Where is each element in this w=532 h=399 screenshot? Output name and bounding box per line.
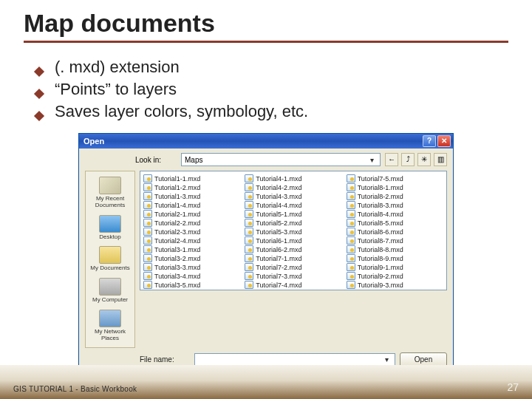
mxd-file-icon [245, 201, 253, 209]
file-item[interactable]: Tutorial7-4.mxd [245, 281, 341, 289]
back-icon[interactable]: ← [385, 153, 398, 166]
bullet-item: (. mxd) extension [35, 58, 497, 77]
lookin-combo[interactable]: Maps ▾ [181, 153, 381, 166]
file-name: Tutorial9-2.mxd [358, 273, 403, 280]
file-item[interactable]: Tutorial8-5.mxd [347, 219, 443, 227]
file-item[interactable]: Tutorial8-8.mxd [347, 245, 443, 253]
file-item[interactable]: Tutorial7-3.mxd [245, 272, 341, 280]
chevron-down-icon: ▾ [366, 156, 377, 164]
place-mydocs[interactable]: My Documents [88, 244, 132, 274]
mxd-file-icon [245, 272, 253, 280]
dialog-titlebar[interactable]: Open ? ✕ [79, 134, 453, 149]
help-button[interactable]: ? [423, 135, 436, 147]
mxd-file-icon [143, 228, 152, 236]
mxd-file-icon [245, 228, 253, 236]
file-name: Tutorial6-2.mxd [256, 246, 301, 253]
file-item[interactable]: Tutorial4-1.mxd [245, 174, 341, 183]
file-item[interactable]: Tutorial7-5.mxd [347, 174, 443, 183]
file-item[interactable]: Tutorial5-3.mxd [245, 228, 341, 236]
page-number: 27 [507, 381, 519, 393]
place-desktop[interactable]: Desktop [88, 213, 132, 243]
mxd-file-icon [143, 201, 152, 209]
bullet-item: “Points” to layers [35, 80, 497, 99]
place-recent[interactable]: My Recent Documents [88, 174, 132, 211]
file-item[interactable]: Tutorial9-3.mxd [347, 281, 443, 289]
place-label: Desktop [99, 234, 120, 241]
file-item[interactable]: Tutorial9-2.mxd [347, 272, 443, 280]
file-item[interactable]: Tutorial4-3.mxd [245, 192, 341, 200]
file-item[interactable]: Tutorial8-1.mxd [347, 183, 443, 191]
mxd-file-icon [245, 281, 253, 289]
slide-title: Map documents [0, 0, 532, 41]
file-item[interactable]: Tutorial7-2.mxd [245, 263, 341, 271]
file-item[interactable]: Tutorial8-2.mxd [347, 192, 443, 200]
file-name: Tutorial7-2.mxd [256, 264, 301, 271]
titlebar-buttons: ? ✕ [423, 135, 451, 147]
file-name: Tutorial3-5.mxd [154, 282, 200, 289]
file-item[interactable]: Tutorial1-1.mxd [143, 174, 240, 183]
diamond-bullet-icon [34, 89, 44, 99]
place-computer[interactable]: My Computer [88, 276, 132, 306]
file-item[interactable]: Tutorial2-1.mxd [143, 210, 240, 218]
mxd-file-icon [347, 192, 355, 200]
mxd-file-icon [245, 183, 253, 191]
chevron-down-icon: ▾ [381, 355, 392, 364]
file-item[interactable]: Tutorial7-1.mxd [245, 254, 341, 262]
up-folder-icon[interactable]: ⤴ [401, 153, 415, 166]
file-name: Tutorial4-4.mxd [256, 202, 301, 209]
file-name: Tutorial3-3.mxd [154, 264, 200, 271]
file-item[interactable]: Tutorial8-4.mxd [347, 210, 443, 218]
place-network[interactable]: My Network Places [88, 307, 132, 344]
file-item[interactable]: Tutorial9-1.mxd [347, 263, 443, 271]
mxd-file-icon [347, 236, 355, 245]
file-item[interactable]: Tutorial8-9.mxd [347, 254, 443, 262]
file-item[interactable]: Tutorial5-1.mxd [245, 210, 341, 218]
file-name: Tutorial3-1.mxd [154, 246, 200, 253]
file-item[interactable]: Tutorial8-6.mxd [347, 228, 443, 236]
file-item[interactable]: Tutorial2-3.mxd [143, 228, 240, 236]
views-icon[interactable]: ▥ [434, 153, 447, 166]
file-item[interactable]: Tutorial8-7.mxd [347, 236, 443, 245]
filename-field[interactable]: ▾ [194, 353, 395, 366]
place-label: My Network Places [88, 329, 132, 342]
file-item[interactable]: Tutorial1-4.mxd [143, 201, 240, 209]
file-item[interactable]: Tutorial3-2.mxd [143, 254, 240, 262]
place-label: My Recent Documents [88, 196, 132, 209]
diamond-bullet-icon [34, 111, 44, 121]
file-name: Tutorial1-2.mxd [154, 184, 200, 191]
mxd-file-icon [143, 263, 152, 271]
slide: Map documents (. mxd) extension “Points”… [0, 0, 532, 399]
mxd-file-icon [143, 236, 152, 245]
new-folder-icon[interactable]: ✳ [417, 153, 431, 166]
mxd-file-icon [347, 272, 355, 280]
bullet-text: Saves layer colors, symbology, etc. [55, 102, 308, 121]
file-name: Tutorial5-1.mxd [256, 211, 301, 218]
file-name: Tutorial4-2.mxd [256, 184, 301, 191]
file-item[interactable]: Tutorial3-5.mxd [143, 281, 240, 289]
file-list-pane[interactable]: Tutorial1-1.mxdTutorial1-2.mxdTutorial1-… [140, 171, 447, 290]
open-dialog: Open ? ✕ Look in: Maps ▾ ← ⤴ ✳ [78, 133, 454, 399]
file-item[interactable]: Tutorial4-2.mxd [245, 183, 341, 191]
file-name: Tutorial1-3.mxd [154, 193, 200, 200]
file-name: Tutorial7-1.mxd [256, 255, 301, 262]
file-item[interactable]: Tutorial8-3.mxd [347, 201, 443, 209]
file-item[interactable]: Tutorial1-2.mxd [143, 183, 240, 191]
computer-icon [99, 278, 121, 296]
file-item[interactable]: Tutorial4-4.mxd [245, 201, 341, 209]
mxd-file-icon [143, 281, 152, 289]
place-label: My Documents [90, 265, 129, 272]
file-item[interactable]: Tutorial5-2.mxd [245, 219, 341, 227]
file-item[interactable]: Tutorial6-2.mxd [245, 245, 341, 253]
bullet-item: Saves layer colors, symbology, etc. [35, 102, 497, 121]
file-item[interactable]: Tutorial3-1.mxd [143, 245, 240, 253]
file-item[interactable]: Tutorial2-2.mxd [143, 219, 240, 227]
file-name: Tutorial8-4.mxd [358, 211, 403, 218]
file-item[interactable]: Tutorial3-4.mxd [143, 272, 240, 280]
file-item[interactable]: Tutorial2-4.mxd [143, 236, 240, 245]
file-item[interactable]: Tutorial1-3.mxd [143, 192, 240, 200]
file-name: Tutorial8-8.mxd [358, 246, 403, 253]
file-item[interactable]: Tutorial3-3.mxd [143, 263, 240, 271]
file-item[interactable]: Tutorial6-1.mxd [245, 236, 341, 245]
bullet-text: “Points” to layers [55, 80, 177, 99]
close-button[interactable]: ✕ [437, 135, 451, 147]
